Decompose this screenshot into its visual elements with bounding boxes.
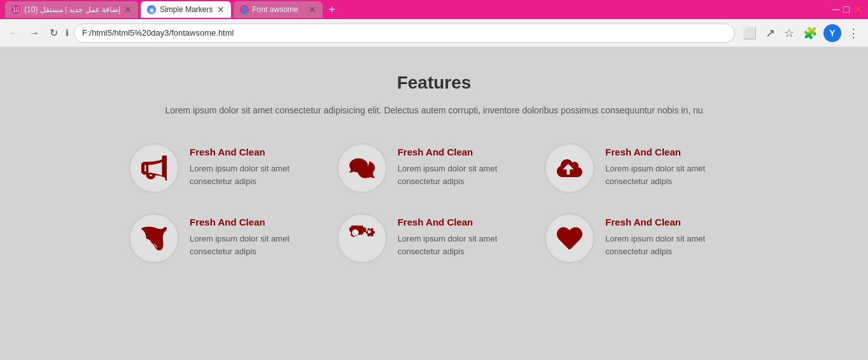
feature-text-6: Fresh And Clean Lorem ipsum dolor sit am…: [605, 213, 739, 257]
leaf-icon: [141, 226, 167, 251]
feature-item-1: Fresh And Clean Lorem ipsum dolor sit am…: [129, 143, 324, 194]
feature-title-3: Fresh And Clean: [605, 147, 739, 157]
feature-item-4: Fresh And Clean Lorem ipsum dolor sit am…: [129, 213, 324, 264]
feature-desc-3: Lorem ipsum dolor sit amet consectetur a…: [605, 162, 739, 187]
page-content: Features Lorem ipsum dolor sit amet cons…: [0, 47, 868, 359]
feature-desc-6: Lorem ipsum dolor sit amet consectetur a…: [605, 233, 739, 257]
feature-title-6: Fresh And Clean: [605, 217, 739, 227]
feature-icon-circle-2: [337, 143, 388, 194]
address-input[interactable]: [74, 24, 735, 43]
cogs-icon: [349, 226, 375, 251]
feature-title-4: Fresh And Clean: [190, 217, 324, 227]
screen-reader-button[interactable]: ⬜: [740, 24, 759, 43]
feature-item-6: Fresh And Clean Lorem ipsum dolor sit am…: [544, 213, 739, 264]
feature-title-2: Fresh And Clean: [398, 147, 532, 157]
feature-desc-2: Lorem ipsum dolor sit amet consectetur a…: [398, 162, 532, 187]
tab-mustaqil[interactable]: 10 (10) إضافة عمل جديد | مستقل ✕: [5, 1, 138, 18]
refresh-button[interactable]: ↻: [47, 24, 60, 41]
section-description: Lorem ipsum dolor sit amet consectetur a…: [129, 103, 739, 117]
browser-chrome: 10 (10) إضافة عمل جديد | مستقل ✕ ◉ Simpl…: [0, 0, 868, 47]
feature-desc-1: Lorem ipsum dolor sit amet consectetur a…: [190, 162, 324, 187]
tab-label: (10) إضافة عمل جديد | مستقل: [24, 5, 120, 14]
tab-close-button[interactable]: ✕: [309, 5, 316, 14]
comments-icon: [349, 155, 375, 181]
tab-label: Simple Markers: [160, 5, 213, 14]
feature-item-2: Fresh And Clean Lorem ipsum dolor sit am…: [337, 143, 532, 194]
features-section: Features Lorem ipsum dolor sit amet cons…: [129, 73, 739, 264]
feature-text-1: Fresh And Clean Lorem ipsum dolor sit am…: [190, 143, 324, 187]
maximize-button[interactable]: □: [843, 4, 850, 15]
toolbar-icons: ⬜ ↗ ☆ 🧩 Y ⋮: [740, 24, 862, 43]
profile-avatar[interactable]: Y: [823, 24, 841, 42]
feature-item-5: Fresh And Clean Lorem ipsum dolor sit am…: [337, 213, 532, 264]
tab-simple-markers[interactable]: ◉ Simple Markers ✕: [141, 1, 230, 18]
address-bar: ← → ↻ ℹ ⬜ ↗ ☆ 🧩 Y ⋮: [0, 19, 868, 47]
tab-close-button[interactable]: ✕: [124, 5, 132, 14]
feature-desc-5: Lorem ipsum dolor sit amet consectetur a…: [398, 233, 532, 257]
tab-favicon-icon: ◉: [147, 5, 156, 14]
megaphone-icon: [141, 155, 167, 181]
feature-icon-circle-4: [129, 213, 179, 264]
forward-button[interactable]: →: [27, 25, 42, 41]
close-button[interactable]: ✕: [853, 4, 863, 15]
minimize-button[interactable]: ─: [832, 4, 839, 15]
feature-icon-circle-5: [337, 213, 388, 264]
tab-font-awesome[interactable]: 🌐 Font awsome ✕: [234, 1, 323, 18]
feature-item-3: Fresh And Clean Lorem ipsum dolor sit am…: [544, 143, 739, 194]
feature-text-3: Fresh And Clean Lorem ipsum dolor sit am…: [605, 143, 739, 187]
new-tab-button[interactable]: +: [325, 2, 340, 18]
title-bar: 10 (10) إضافة عمل جديد | مستقل ✕ ◉ Simpl…: [0, 0, 868, 19]
feature-icon-circle-1: [129, 143, 179, 194]
back-button[interactable]: ←: [6, 25, 22, 41]
share-button[interactable]: ↗: [763, 24, 778, 43]
feature-title-5: Fresh And Clean: [398, 217, 532, 227]
tab-globe-icon: 🌐: [240, 5, 249, 14]
tab-close-button[interactable]: ✕: [217, 5, 225, 14]
heart-icon: [557, 226, 582, 251]
cloud-download-icon: [557, 155, 582, 181]
lock-icon: ℹ: [66, 28, 69, 38]
feature-desc-4: Lorem ipsum dolor sit amet consectetur a…: [190, 233, 324, 257]
feature-text-2: Fresh And Clean Lorem ipsum dolor sit am…: [398, 143, 532, 187]
tab-badge-icon: 10: [11, 5, 20, 14]
window-controls: ─ □ ✕: [832, 4, 863, 15]
feature-icon-circle-6: [544, 213, 595, 264]
features-grid: Fresh And Clean Lorem ipsum dolor sit am…: [129, 143, 739, 264]
extensions-button[interactable]: 🧩: [801, 24, 820, 43]
feature-text-5: Fresh And Clean Lorem ipsum dolor sit am…: [398, 213, 532, 257]
feature-text-4: Fresh And Clean Lorem ipsum dolor sit am…: [190, 213, 324, 257]
feature-icon-circle-3: [544, 143, 595, 194]
bookmark-button[interactable]: ☆: [781, 24, 797, 43]
tab-label: Font awsome: [253, 5, 298, 14]
menu-button[interactable]: ⋮: [845, 24, 862, 43]
section-title: Features: [129, 73, 739, 93]
feature-title-1: Fresh And Clean: [190, 147, 324, 157]
